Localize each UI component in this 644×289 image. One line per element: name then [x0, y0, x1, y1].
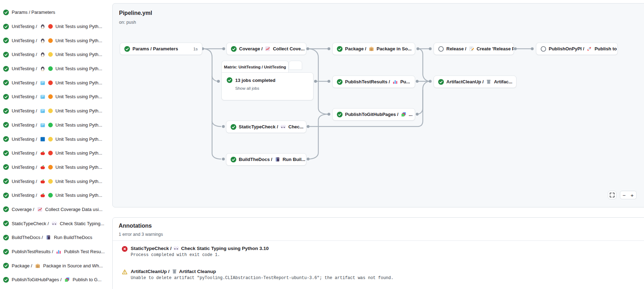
sidebar-job-params[interactable]: Params / Parameters: [0, 5, 111, 20]
node-label: PublishOnPyPI /: [549, 46, 584, 51]
graph-edges: [113, 4, 644, 207]
python-version-dot: [48, 165, 53, 169]
chart-increasing-icon: [37, 207, 43, 212]
penguin-icon: [40, 66, 45, 71]
success-icon: [124, 46, 130, 52]
annotations-title: Annotations: [119, 223, 152, 229]
graph-node-params[interactable]: Params / Parameters 1s: [120, 43, 202, 55]
job-label: UnitTesting /: [12, 52, 37, 57]
python-version-dot: [48, 80, 53, 85]
sidebar-job-unittesting-linux-green[interactable]: UnitTesting / Unit Tests using Pyth...: [0, 62, 111, 76]
job-step-label: Unit Tests using Pyth...: [56, 122, 102, 128]
job-label: UnitTesting /: [12, 122, 37, 128]
fullscreen-button[interactable]: [608, 191, 616, 199]
sidebar-job-statictypecheck[interactable]: StaticTypeCheck / Check Static Typing...: [0, 216, 111, 230]
job-label: UnitTesting /: [12, 108, 37, 113]
node-label: PublishTestResults /: [345, 79, 390, 84]
sidebar-job-unittesting-linux-red[interactable]: UnitTesting / Unit Tests using Pyth...: [0, 20, 111, 34]
job-step-label: Unit Tests using Pyth...: [56, 94, 102, 99]
graph-node-publishtogithubpages[interactable]: PublishToGitHubPages / ... 13s: [332, 108, 415, 121]
annotation-title-link[interactable]: StaticTypeCheck / Check Static Typing us…: [131, 246, 269, 251]
layers-icon: [401, 112, 406, 117]
sidebar-job-unittesting-ice-yellow[interactable]: UnitTesting / Unit Tests using Pyth...: [0, 104, 111, 118]
sidebar-job-unittesting-ice-red[interactable]: UnitTesting / Unit Tests using Pyth...: [0, 76, 111, 90]
graph-node-statictypecheck[interactable]: StaticTypeCheck / Chec... 13s: [226, 121, 306, 133]
graph-node-publishonpypi[interactable]: PublishOnPyPI / Publish to ...: [536, 43, 618, 55]
job-label: UnitTesting /: [12, 193, 37, 198]
job-step-label: Run BuildTheDocs: [54, 235, 92, 240]
zoom-in-button[interactable]: +: [628, 191, 637, 199]
sidebar-job-unittesting-windows-yellow[interactable]: UnitTesting / Unit Tests using Pyth...: [0, 132, 111, 146]
sidebar-job-unittesting-linux-yellow[interactable]: UnitTesting / Unit Tests using Pyth...: [0, 48, 111, 62]
sidebar-job-publishtestresults[interactable]: PublishTestResults / Publish Test Resu..…: [0, 245, 111, 259]
python-version-dot: [48, 193, 53, 198]
package-icon: [369, 46, 374, 51]
ice-cube-icon: [40, 80, 45, 85]
graph-node-publishtestresults[interactable]: PublishTestResults / Pu... 17s: [332, 76, 415, 88]
python-version-dot: [48, 123, 53, 127]
graph-node-artifactcleanup[interactable]: ArtifactCleanUp / Artifac... 3s: [434, 76, 516, 88]
layers-icon: [64, 277, 70, 282]
matrix-summary-card[interactable]: 13 jobs completed Show all jobs: [221, 72, 313, 100]
job-label: UnitTesting /: [12, 80, 37, 85]
sidebar-job-unittesting-apple-red[interactable]: UnitTesting / Unit Tests using Pyth...: [0, 146, 111, 160]
matrix-tab[interactable]: Matrix: UnitTesting / UnitTesting: [221, 61, 289, 73]
success-icon: [3, 136, 9, 142]
job-list-sidebar: Params / Parameters UnitTesting / Unit T…: [0, 0, 111, 289]
job-step-label: Unit Tests using Pyth...: [56, 80, 102, 85]
graph-node-release[interactable]: Release / Create 'Release P...: [434, 43, 514, 55]
node-label: ArtifactCleanUp /: [446, 79, 484, 84]
node-duration: 1s: [191, 47, 198, 51]
node-duration: 3s: [515, 80, 516, 84]
success-icon: [3, 235, 9, 240]
success-icon: [3, 80, 9, 85]
sidebar-job-unittesting-ice-orange[interactable]: UnitTesting / Unit Tests using Pyth...: [0, 90, 111, 104]
apple-icon: [40, 179, 45, 184]
success-icon: [3, 249, 9, 255]
job-label: UnitTesting /: [12, 150, 37, 156]
python-version-dot: [48, 137, 53, 141]
rocket-icon: [587, 46, 592, 51]
job-label: UnitTesting /: [12, 165, 37, 170]
sidebar-job-unittesting-apple-orange[interactable]: UnitTesting / Unit Tests using Pyth...: [0, 160, 111, 174]
success-icon: [3, 94, 9, 100]
sidebar-job-publishtogithubpages[interactable]: PublishToGitHubPages / Publish to G...: [0, 273, 111, 287]
node-label: Params / Parameters: [132, 46, 178, 51]
graph-node-package[interactable]: Package / Package in So... 25s: [332, 43, 415, 55]
trash-icon: [172, 269, 177, 274]
notebook-icon: [275, 157, 280, 162]
sidebar-job-unittesting-apple-green[interactable]: UnitTesting / Unit Tests using Pyth...: [0, 188, 111, 202]
python-version-dot: [48, 24, 53, 29]
workflow-graph-panel: Pipeline.yml on: push Params / Parameter…: [112, 3, 644, 207]
sidebar-job-coverage[interactable]: Coverage / Collect Coverage Data usi...: [0, 202, 111, 217]
chart-increasing-icon: [265, 46, 270, 51]
success-icon: [227, 77, 232, 83]
success-icon: [3, 122, 9, 128]
sidebar-job-buildthedocs[interactable]: BuildTheDocs / Run BuildTheDocs: [0, 230, 111, 245]
skipped-icon: [541, 46, 546, 52]
annotation-job: StaticTypeCheck /: [131, 246, 171, 251]
show-all-jobs-link[interactable]: Show all jobs: [235, 86, 308, 90]
node-label: Release /: [446, 46, 466, 51]
node-label: BuildTheDocs /: [239, 157, 272, 162]
graph-node-coverage[interactable]: Coverage / Collect Cove... 25s: [226, 43, 306, 55]
success-icon: [3, 193, 9, 198]
sidebar-job-unittesting-apple-yellow[interactable]: UnitTesting / Unit Tests using Pyth...: [0, 174, 111, 188]
sidebar-job-unittesting-linux-orange[interactable]: UnitTesting / Unit Tests using Pyth...: [0, 33, 111, 48]
annotation-title-link[interactable]: ArtifactCleanUp / Artifact Cleanup: [131, 269, 394, 274]
job-step-label: Unit Tests using Pyth...: [56, 193, 102, 198]
job-step-label: Unit Tests using Pyth...: [56, 38, 102, 43]
eyes-icon: [281, 124, 286, 129]
node-step-label: Create 'Release P...: [476, 46, 514, 51]
success-icon: [438, 79, 444, 85]
annotation-message: Unable to delete artifact "pyTooling.CLI…: [131, 276, 394, 280]
zoom-out-button[interactable]: −: [620, 191, 628, 199]
success-icon: [3, 263, 9, 268]
graph-node-buildthedocs[interactable]: BuildTheDocs / Run Buil... 47s: [226, 153, 306, 166]
node-step-label: Artifac...: [494, 79, 512, 84]
python-version-dot: [48, 66, 53, 71]
sidebar-job-package[interactable]: Package / Package in Source and Wh...: [0, 259, 111, 273]
success-icon: [3, 52, 9, 57]
sidebar-job-unittesting-ice-green[interactable]: UnitTesting / Unit Tests using Pyth...: [0, 118, 111, 132]
annotations-summary: 1 error and 3 warnings: [119, 232, 163, 237]
